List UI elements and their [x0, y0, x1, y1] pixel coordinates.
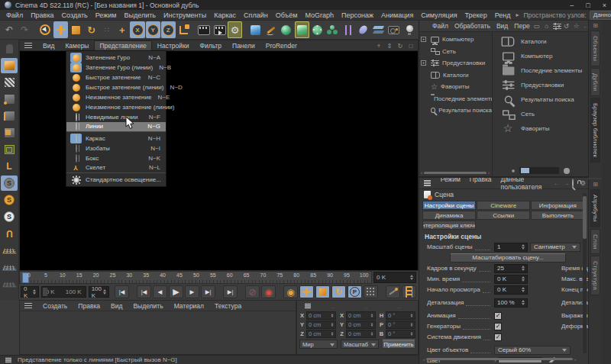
render-picture-viewer-button[interactable]: [212, 21, 227, 38]
display-menu-item[interactable]: Быстрое затенение N~C: [66, 72, 166, 82]
panel-tab[interactable]: Дубли: [590, 68, 600, 96]
viewport-pan-icon[interactable]: +: [375, 42, 383, 50]
menu-item[interactable]: Режим: [92, 11, 121, 19]
object-color-select[interactable]: Серый 60%: [494, 346, 571, 355]
tree-horizontal-scrollbar[interactable]: ‹›: [421, 170, 490, 175]
display-menu-item[interactable]: Каркас N~H: [66, 134, 166, 143]
autokey-button[interactable]: ◉: [283, 285, 298, 298]
timeline-ruler[interactable]: 0510152025303540455055606570758085909510…: [19, 271, 372, 284]
menu-item[interactable]: Каркас: [210, 11, 240, 19]
rotation-field[interactable]: 0 °: [386, 321, 415, 329]
model-mode-button[interactable]: [1, 58, 18, 73]
node-space-select[interactable]: Данное (Стандартный/Физический): [590, 11, 611, 20]
viewport-menu-item[interactable]: Камеры: [60, 40, 94, 51]
attributes-tab[interactable]: Выполнить: [531, 211, 584, 220]
render-settings-button[interactable]: ⚙: [228, 21, 242, 38]
menu-item[interactable]: Ренд: [491, 11, 515, 19]
render-view-button[interactable]: [197, 21, 212, 38]
add-subdivision-surface-button[interactable]: [279, 21, 293, 38]
menu-item[interactable]: Анимация: [377, 11, 417, 19]
burger-menu-icon[interactable]: [5, 359, 11, 360]
current-frame-field[interactable]: 0 K: [373, 272, 416, 283]
viewport-rotate-icon[interactable]: ↻: [396, 42, 404, 50]
new-window-icon[interactable]: ▭: [533, 22, 541, 30]
panel-tab[interactable]: Браузер библиотек: [590, 98, 600, 163]
favorites-icon[interactable]: ☆: [573, 22, 580, 30]
search-icon[interactable]: [572, 179, 574, 187]
record-disabled-button[interactable]: ⊘: [245, 285, 260, 298]
add-panel-icon[interactable]: ⊞: [593, 22, 598, 29]
spinner-icon[interactable]: [103, 288, 106, 296]
recent-tools-button[interactable]: ∷: [99, 21, 114, 38]
burger-menu-icon[interactable]: [424, 182, 431, 184]
next-key-button[interactable]: ▶|: [201, 285, 215, 298]
maximize-button[interactable]: □: [586, 2, 590, 9]
menu-item[interactable]: Создать: [58, 11, 92, 19]
workplane-local-button[interactable]: [1, 276, 18, 292]
x-axis-lock[interactable]: X: [130, 21, 144, 38]
display-menu-item[interactable]: Линии N~G: [66, 122, 166, 132]
key-position-toggle[interactable]: [299, 285, 314, 298]
attributes-menu-item[interactable]: Режим: [436, 178, 465, 191]
next-frame-button[interactable]: ▶: [185, 285, 199, 298]
browser-tree-item[interactable]: + Компьютер: [419, 34, 492, 46]
workplane-grid-button[interactable]: [1, 243, 18, 258]
range-end-field[interactable]: 100 K: [89, 286, 109, 298]
display-menu-item[interactable]: Неизменное затенение N~E: [66, 92, 166, 102]
add-floor-button[interactable]: [371, 21, 386, 38]
apply-button[interactable]: Применить: [382, 340, 415, 349]
burger-menu-icon[interactable]: [24, 305, 32, 307]
panel-tab[interactable]: Слои: [590, 229, 600, 254]
motion-system-checkbox[interactable]: ✓: [494, 333, 502, 341]
texture-mode-button[interactable]: [1, 75, 18, 90]
generators-checkbox[interactable]: ✓: [494, 323, 502, 330]
add-cube-button[interactable]: [248, 21, 263, 38]
attributes-vertical-scrollbar[interactable]: [583, 193, 587, 353]
prev-frame-button[interactable]: ◀: [153, 285, 167, 298]
key-parameter-toggle[interactable]: P: [348, 285, 362, 298]
scale-field[interactable]: 0 cm: [346, 330, 376, 338]
menu-item[interactable]: Персонаж: [338, 11, 377, 19]
history-icon[interactable]: ↺: [563, 22, 571, 30]
scale-field[interactable]: 0 cm: [346, 321, 376, 329]
menu-item[interactable]: Выделить: [121, 11, 160, 19]
panel-tab[interactable]: Атрибуты: [590, 189, 600, 227]
add-light-button[interactable]: [402, 21, 417, 38]
menu-item[interactable]: Объём: [272, 11, 302, 19]
goto-end-button[interactable]: ▶|: [223, 285, 238, 298]
viewport-menu-item[interactable]: Настройки: [152, 40, 195, 51]
display-menu-item[interactable]: Изобаты N~I: [66, 143, 166, 153]
scene-scale-field[interactable]: 1: [494, 243, 528, 252]
browser-tree-item[interactable]: + ☆ Фавориты: [419, 81, 492, 93]
preview-range-slider[interactable]: 0 K 100 K: [41, 286, 86, 298]
display-menu-item[interactable]: Невидимые линии N~F: [66, 112, 166, 122]
material-menu-item[interactable]: Текстура: [209, 302, 247, 310]
add-field-button[interactable]: [356, 21, 370, 38]
workplane-mode-button[interactable]: [1, 142, 18, 157]
attributes-tab[interactable]: Настройки сцены: [422, 201, 476, 210]
preview-start-field[interactable]: 0 K: [494, 285, 528, 295]
burger-menu-icon[interactable]: [24, 45, 32, 47]
live-selection-tool[interactable]: [38, 21, 53, 38]
record-button[interactable]: ◉: [261, 285, 276, 298]
back-icon[interactable]: ←: [553, 179, 560, 187]
points-mode-button[interactable]: [1, 92, 18, 107]
add-symmetry-button[interactable]: [341, 21, 355, 38]
toolbar-separator[interactable]: [192, 21, 196, 38]
display-menu-item[interactable]: Затенение Гуро (линии) N~B: [66, 63, 166, 72]
coordinate-mode-select[interactable]: Масштаб: [341, 340, 379, 349]
spinner-icon[interactable]: [33, 288, 36, 296]
move-tool[interactable]: [53, 21, 68, 38]
display-menu-item[interactable]: Неизменное затенение (линии): [66, 102, 166, 112]
position-field[interactable]: 0 cm: [306, 321, 336, 329]
attributes-tab[interactable]: Информация: [531, 201, 584, 210]
add-deformer-button[interactable]: [310, 21, 325, 38]
key-pla-toggle[interactable]: [364, 285, 378, 298]
play-button[interactable]: ▶: [169, 285, 183, 298]
browser-list-item[interactable]: Предустановки: [493, 78, 588, 92]
display-menu-item[interactable]: Бокс N~K: [66, 153, 166, 163]
attributes-tab[interactable]: Интерполяция ключей: [422, 221, 476, 230]
section-title[interactable]: Настройки сцены: [419, 230, 588, 242]
key-rotation-toggle[interactable]: ↻: [331, 285, 346, 298]
attributes-tab[interactable]: Динамика: [422, 211, 476, 220]
